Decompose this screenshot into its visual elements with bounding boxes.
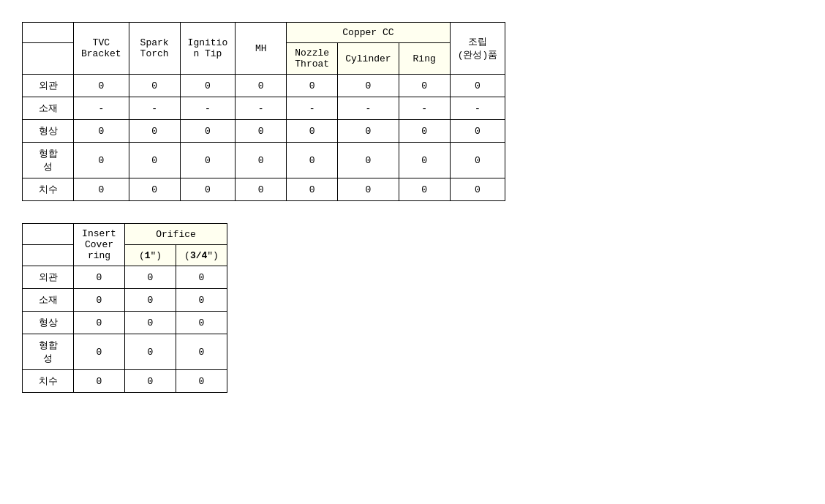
cell: 0 [74, 178, 129, 201]
cell: 0 [450, 120, 505, 143]
cell: - [74, 97, 129, 120]
row-label-소재-1: 소재 [23, 97, 74, 120]
cell: 0 [74, 143, 129, 178]
cell: 0 [180, 178, 236, 201]
cell: - [338, 97, 399, 120]
table-row: 소재 - - - - - - - - [23, 97, 505, 120]
cell: 0 [125, 266, 176, 289]
col-orifice: Orifice [125, 224, 227, 245]
cell: 0 [399, 143, 450, 178]
table-row: 치수 0 0 0 0 0 0 0 0 [23, 178, 505, 201]
col-spark-torch: SparkTorch [129, 23, 180, 75]
cell: 0 [129, 178, 180, 201]
row-label-형상-1: 형상 [23, 120, 74, 143]
cell: 0 [236, 178, 287, 201]
row-label-형합성-1: 형합성 [23, 143, 74, 178]
cell: 0 [287, 75, 338, 97]
cell: 0 [399, 120, 450, 143]
cell: 0 [180, 120, 236, 143]
cell: 0 [176, 266, 227, 289]
col-copper-cc: Copper CC [287, 23, 450, 43]
corner-cell-1 [23, 23, 74, 43]
row-label-형상-2: 형상 [23, 312, 74, 334]
table-row: 외관 0 0 0 [23, 266, 227, 289]
page-container: TVCBracket SparkTorch Ignition Tip MH Co… [15, 15, 810, 400]
corner-cell-3 [23, 224, 74, 245]
cell: 0 [74, 120, 129, 143]
cell: 0 [236, 120, 287, 143]
cell: 0 [287, 143, 338, 178]
table-row: 형상 0 0 0 [23, 312, 227, 334]
cell: 0 [74, 266, 125, 289]
row-label-소재-2: 소재 [23, 289, 74, 312]
col-tvc-bracket: TVCBracket [74, 23, 129, 75]
cell: 0 [176, 312, 227, 334]
table1: TVCBracket SparkTorch Ignition Tip MH Co… [22, 22, 505, 201]
cell: 0 [450, 178, 505, 201]
cell: 0 [399, 75, 450, 97]
cell: 0 [450, 143, 505, 178]
cell: 0 [176, 370, 227, 393]
cell: 0 [236, 75, 287, 97]
cell: 0 [129, 75, 180, 97]
table-row: 형합성 0 0 0 0 0 0 0 0 [23, 143, 505, 178]
cell: 0 [450, 75, 505, 97]
corner-cell-2 [23, 43, 74, 75]
cell: 0 [125, 289, 176, 312]
table-row: 치수 0 0 0 [23, 370, 227, 393]
col-insert-cover-ring: InsertCoverring [74, 224, 125, 266]
cell: - [236, 97, 287, 120]
cell: 0 [74, 75, 129, 97]
cell: 0 [176, 334, 227, 370]
col-assembly: 조립(완성)품 [450, 23, 505, 75]
table-row: 형상 0 0 0 0 0 0 0 0 [23, 120, 505, 143]
cell: 0 [129, 120, 180, 143]
cell: - [450, 97, 505, 120]
table-row: 소재 0 0 0 [23, 289, 227, 312]
table-row: 형합성 0 0 0 [23, 334, 227, 370]
cell: 0 [129, 143, 180, 178]
cell: - [129, 97, 180, 120]
cell: 0 [176, 289, 227, 312]
table1-wrapper: TVCBracket SparkTorch Ignition Tip MH Co… [22, 22, 803, 201]
cell: 0 [74, 312, 125, 334]
cell: 0 [125, 370, 176, 393]
col-nozzle-throat: NozzleThroat [287, 43, 338, 75]
row-label-형합성-2: 형합성 [23, 334, 74, 370]
cell: 0 [74, 289, 125, 312]
corner-cell-4 [23, 245, 74, 266]
table2: InsertCoverring Orifice (1") (3/4") 외관 0… [22, 223, 227, 393]
cell: 0 [74, 334, 125, 370]
cell: 0 [125, 334, 176, 370]
col-ring: Ring [399, 43, 450, 75]
row-label-치수-1: 치수 [23, 178, 74, 201]
cell: 0 [399, 178, 450, 201]
cell: 0 [338, 178, 399, 201]
col-orifice-34inch: (3/4") [176, 245, 227, 266]
cell: 0 [338, 75, 399, 97]
cell: 0 [74, 370, 125, 393]
row-label-치수-2: 치수 [23, 370, 74, 393]
cell: - [287, 97, 338, 120]
row-label-외관-2: 외관 [23, 266, 74, 289]
col-orifice-1inch: (1") [125, 245, 176, 266]
cell: 0 [180, 143, 236, 178]
table-row: 외관 0 0 0 0 0 0 0 0 [23, 75, 505, 97]
cell: 0 [180, 75, 236, 97]
cell: - [180, 97, 236, 120]
cell: 0 [338, 143, 399, 178]
col-mh: MH [236, 23, 287, 75]
cell: 0 [236, 143, 287, 178]
col-cylinder: Cylinder [338, 43, 399, 75]
cell: 0 [287, 120, 338, 143]
cell: 0 [125, 312, 176, 334]
col-ignition-tip: Ignition Tip [180, 23, 236, 75]
cell: 0 [338, 120, 399, 143]
table2-wrapper: InsertCoverring Orifice (1") (3/4") 외관 0… [22, 223, 803, 393]
row-label-외관-1: 외관 [23, 75, 74, 97]
cell: - [399, 97, 450, 120]
cell: 0 [287, 178, 338, 201]
